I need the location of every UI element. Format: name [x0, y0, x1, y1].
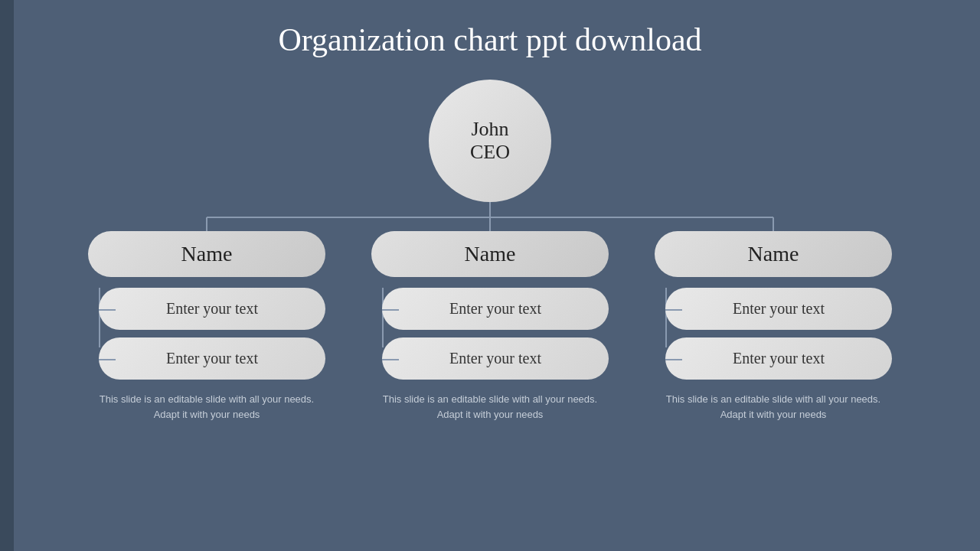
ceo-container: John CEO: [429, 80, 551, 202]
right-sub-row-1: Enter your text: [655, 288, 892, 330]
center-description: This slide is an editable slide with all…: [377, 392, 603, 422]
column-right: Name Enter your text Enter your text Thi…: [655, 231, 892, 422]
left-name-pill[interactable]: Name: [88, 231, 325, 277]
right-sub-pill-1[interactable]: Enter your text: [665, 288, 892, 330]
center-sub-row-1: Enter your text: [371, 288, 609, 330]
center-sub-row-2: Enter your text: [371, 337, 609, 380]
center-sub-pill-1[interactable]: Enter your text: [382, 288, 609, 330]
right-name-pill[interactable]: Name: [655, 231, 892, 277]
right-description: This slide is an editable slide with all…: [661, 392, 887, 422]
left-sub-row-1: Enter your text: [88, 288, 325, 330]
left-description: This slide is an editable slide with all…: [94, 392, 320, 422]
ceo-circle: John CEO: [429, 80, 551, 202]
left-decorative-bar: [0, 0, 14, 551]
center-sub-items: Enter your text Enter your text: [371, 288, 609, 387]
left-sub-pill-1[interactable]: Enter your text: [99, 288, 325, 330]
column-left: Name Enter your text Enter your text Thi…: [88, 231, 325, 422]
right-sub-items: Enter your text Enter your text: [655, 288, 892, 387]
column-center: Name Enter your text Enter your text Thi…: [371, 231, 609, 422]
page-title: Organization chart ppt download: [278, 0, 701, 66]
ceo-name: John: [471, 118, 508, 141]
right-sub-pill-2[interactable]: Enter your text: [665, 337, 892, 380]
left-sub-row-2: Enter your text: [88, 337, 325, 380]
ceo-title: CEO: [470, 141, 510, 164]
connector-lines: [88, 201, 892, 231]
slide: Organization chart ppt download John CEO…: [0, 0, 980, 551]
left-sub-pill-2[interactable]: Enter your text: [99, 337, 325, 380]
center-name-pill[interactable]: Name: [371, 231, 609, 277]
left-sub-items: Enter your text Enter your text: [88, 288, 325, 387]
connector-svg: [88, 201, 892, 231]
right-sub-row-2: Enter your text: [655, 337, 892, 380]
columns-container: Name Enter your text Enter your text Thi…: [31, 231, 949, 422]
center-sub-pill-2[interactable]: Enter your text: [382, 337, 609, 380]
